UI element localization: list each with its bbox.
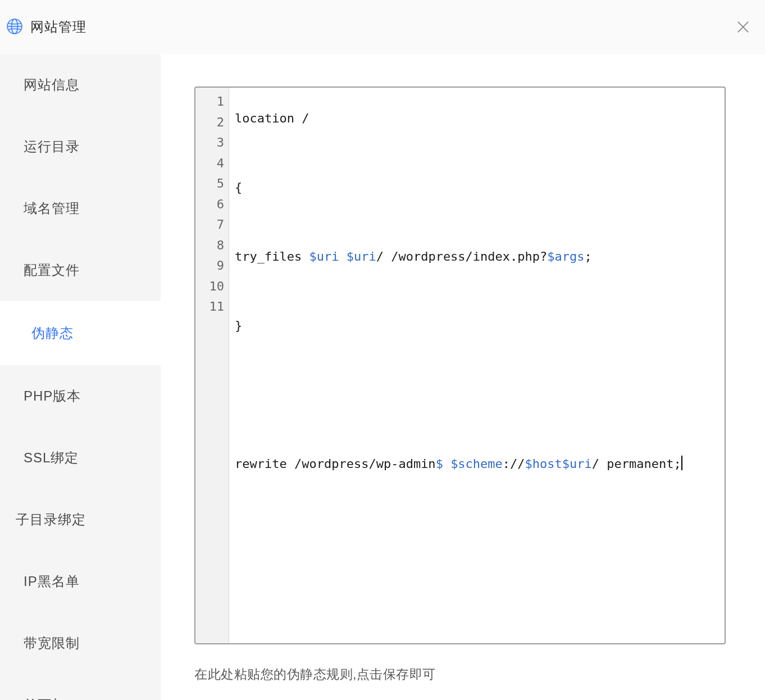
close-button[interactable] — [736, 20, 750, 34]
editor-gutter: 1 2 3 4 5 6 7 8 9 10 11 — [195, 88, 229, 643]
rewrite-rules-editor[interactable]: 1 2 3 4 5 6 7 8 9 10 11 location / { try… — [194, 87, 726, 644]
sidebar-item-subdir-bind[interactable]: 子目录绑定 — [0, 489, 161, 551]
sidebar-item-label: 域名管理 — [24, 199, 80, 217]
sidebar-item-ip-blacklist[interactable]: IP黑名单 — [0, 551, 161, 612]
sidebar-item-label: SSL绑定 — [24, 449, 79, 467]
sidebar-item-label: PHP版本 — [24, 387, 81, 405]
globe-icon — [7, 19, 24, 35]
sidebar-item-label: 子目录绑定 — [16, 511, 86, 529]
main-panel: 1 2 3 4 5 6 7 8 9 10 11 location / { try… — [161, 54, 765, 700]
dialog-header: 网站管理 — [0, 0, 765, 54]
sidebar-item-ssl-bind[interactable]: SSL绑定 — [0, 427, 161, 489]
editor-hint-text: 在此处粘贴您的伪静态规则,点击保存即可 — [194, 666, 726, 683]
sidebar-item-index-404[interactable]: 首页与404 — [0, 674, 161, 700]
sidebar-item-run-dir[interactable]: 运行目录 — [0, 116, 161, 178]
sidebar-item-config-file[interactable]: 配置文件 — [0, 239, 161, 301]
gutter-line-number: 5 — [195, 176, 229, 197]
sidebar-item-label: 网站信息 — [24, 76, 80, 94]
sidebar-item-label: 伪静态 — [31, 324, 74, 342]
gutter-line-number: 1 — [195, 94, 229, 115]
sidebar-item-bandwidth-limit[interactable]: 带宽限制 — [0, 612, 161, 674]
editor-cursor — [681, 456, 682, 470]
sidebar-item-label: 运行目录 — [24, 138, 80, 156]
sidebar-item-label: 带宽限制 — [24, 634, 80, 652]
sidebar: 网站信息 运行目录 域名管理 配置文件 伪静态 PHP版本 SSL绑定 子目录绑… — [0, 54, 161, 700]
dialog-title: 网站管理 — [30, 18, 86, 36]
sidebar-item-site-info[interactable]: 网站信息 — [0, 54, 161, 116]
gutter-line-number: 3 — [195, 135, 229, 156]
sidebar-item-php-version[interactable]: PHP版本 — [0, 365, 161, 427]
sidebar-item-label: 首页与404 — [24, 696, 90, 700]
gutter-line-number: 4 — [195, 156, 229, 177]
sidebar-item-label: IP黑名单 — [24, 572, 80, 590]
gutter-line-number: 6 — [195, 197, 229, 218]
sidebar-item-label: 配置文件 — [24, 261, 80, 279]
gutter-line-number: 10 — [195, 279, 229, 300]
gutter-line-number: 9 — [195, 258, 229, 279]
gutter-line-number: 8 — [195, 238, 229, 259]
dialog-body: 网站信息 运行目录 域名管理 配置文件 伪静态 PHP版本 SSL绑定 子目录绑… — [0, 54, 765, 700]
gutter-line-number: 11 — [195, 299, 229, 320]
editor-code-area[interactable]: location / { try_files $uri $uri/ /wordp… — [229, 88, 725, 643]
gutter-line-number: 7 — [195, 217, 229, 238]
sidebar-item-domain-mgmt[interactable]: 域名管理 — [0, 178, 161, 239]
sidebar-item-url-rewrite[interactable]: 伪静态 — [0, 301, 161, 365]
site-management-dialog: 网站管理 网站信息 运行目录 域名管理 配置文件 伪静态 PHP版本 SSL绑定… — [0, 0, 765, 700]
gutter-line-number: 2 — [195, 115, 229, 136]
